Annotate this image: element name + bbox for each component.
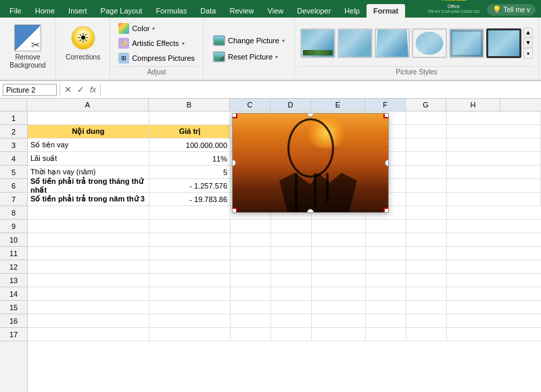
col-header-a[interactable]: A [27, 99, 149, 111]
tab-data[interactable]: Data [193, 4, 222, 18]
confirm-icon[interactable]: ✓ [76, 84, 86, 95]
selection-handle-top-left[interactable] [232, 113, 237, 118]
row-header-9[interactable]: 9 [0, 220, 27, 233]
table-row [28, 247, 541, 260]
col-header-e[interactable]: E [311, 99, 365, 111]
tab-home[interactable]: Home [28, 4, 62, 18]
cell-g5[interactable] [406, 166, 447, 178]
row-header-8[interactable]: 8 [0, 206, 27, 220]
tab-insert[interactable]: Insert [62, 4, 94, 18]
style-thumb-1[interactable] [300, 28, 335, 58]
reset-picture-label: Reset Picture [228, 53, 273, 61]
fx-icon[interactable]: fx [89, 85, 97, 95]
col-header-f[interactable]: F [365, 99, 406, 111]
cell-h6[interactable] [447, 179, 541, 192]
cell-h1[interactable] [447, 112, 541, 124]
row-header-4[interactable]: 4 [0, 152, 27, 166]
tab-formulas[interactable]: Formulas [149, 4, 193, 18]
cell-b4[interactable]: 11% [149, 152, 231, 165]
compress-pictures-button[interactable]: ⊞ Compress Pictures [116, 51, 197, 65]
tab-file[interactable]: File [3, 4, 28, 18]
row-header-2[interactable]: 2 [0, 125, 27, 139]
selection-handle-bottom-mid[interactable] [307, 209, 314, 213]
name-box[interactable] [3, 84, 57, 96]
cell-g1[interactable] [406, 112, 447, 124]
cell-h7[interactable] [447, 193, 541, 205]
selection-handle-bottom-right[interactable] [383, 207, 389, 213]
cell-g2[interactable] [406, 125, 447, 138]
cell-b3[interactable]: 100.000.000 [149, 139, 231, 151]
spreadsheet-grid: Nội dung Giá trị Số tiền vay 100.000.000 [28, 112, 541, 392]
col-header-d[interactable]: D [270, 99, 311, 111]
row-header-14[interactable]: 14 [0, 287, 27, 301]
col-header-h[interactable]: H [446, 99, 500, 111]
cell-b7[interactable]: - 19.783.86 [149, 193, 231, 205]
row-header-5[interactable]: 5 [0, 166, 27, 179]
cell-g3[interactable] [406, 139, 447, 151]
cell-b5[interactable]: 5 [149, 166, 231, 178]
reset-picture-button[interactable]: ↺ Reset Picture ▾ [209, 50, 289, 64]
tell-me-button[interactable]: 💡 Tell me v [487, 4, 536, 16]
cell-g7[interactable] [406, 193, 447, 205]
picture-styles-group: ▲ ▼ ▾ Picture Styles [295, 19, 539, 78]
selection-handle-mid-right[interactable] [385, 160, 389, 166]
cell-b1[interactable] [149, 112, 231, 124]
row-header-16[interactable]: 16 [0, 314, 27, 328]
cell-a7[interactable]: Số tiền phải trả trong năm thứ 3 [28, 193, 149, 205]
col-header-b[interactable]: B [149, 99, 230, 111]
row-header-15[interactable]: 15 [0, 301, 27, 314]
cell-g4[interactable] [406, 152, 447, 165]
color-button[interactable]: Color ▾ [116, 22, 197, 35]
change-reset-group: Change Picture ▾ ↺ Reset Picture ▾ [204, 19, 295, 78]
row-header-17[interactable]: 17 [0, 328, 27, 341]
table-row [28, 260, 541, 274]
lightbulb-icon: 💡 [492, 5, 502, 14]
corrections-button[interactable]: ☀ Corrections [62, 22, 104, 64]
cancel-icon[interactable]: ✕ [63, 84, 73, 95]
remove-background-button[interactable]: ✂ Remove Background [5, 22, 50, 72]
row-header-6[interactable]: 6 [0, 179, 27, 193]
row-header-7[interactable]: 7 [0, 193, 27, 206]
selection-handle-top-right[interactable] [383, 113, 389, 118]
cell-h5[interactable] [447, 166, 541, 178]
change-picture-button[interactable]: Change Picture ▾ [209, 34, 289, 47]
tab-view[interactable]: View [261, 4, 291, 18]
col-header-g[interactable]: G [406, 99, 446, 111]
picture-overlay[interactable] [232, 113, 389, 213]
cell-b6[interactable]: - 1.257.576 [149, 179, 231, 192]
tab-review[interactable]: Review [222, 4, 260, 18]
row-header-1[interactable]: 1 [0, 112, 27, 125]
cell-a3[interactable]: Số tiền vay [28, 139, 149, 151]
remove-bg-icon: ✂ [14, 24, 41, 51]
formula-input[interactable] [103, 86, 538, 94]
cell-a6[interactable]: Số tiền phải trả trong tháng thứ nhất [28, 179, 149, 192]
cell-h2[interactable] [447, 125, 541, 138]
style-thumb-6[interactable] [486, 28, 521, 58]
picture-styles-scroll[interactable]: ▲ ▼ ▾ [523, 28, 533, 59]
tab-help[interactable]: Help [337, 4, 367, 18]
row-header-12[interactable]: 12 [0, 260, 27, 274]
row-header-11[interactable]: 11 [0, 247, 27, 260]
style-thumb-5[interactable] [449, 28, 484, 58]
corrections-label: Corrections [66, 53, 100, 61]
cell-a1[interactable] [28, 112, 149, 124]
color-label: Color [132, 24, 149, 32]
row-header-13[interactable]: 13 [0, 274, 27, 287]
cell-h3[interactable] [447, 139, 541, 151]
style-thumb-4[interactable] [412, 28, 447, 58]
tab-page-layout[interactable]: Page Layout [94, 4, 149, 18]
style-thumb-3[interactable] [375, 28, 410, 58]
row-header-10[interactable]: 10 [0, 233, 27, 247]
row-header-3[interactable]: 3 [0, 139, 27, 152]
cell-a2[interactable]: Nội dung [28, 125, 149, 138]
col-header-c[interactable]: C [230, 99, 270, 111]
artistic-effects-button[interactable]: ✨ Artistic Effects ▾ [116, 36, 197, 50]
tab-developer[interactable]: Developer [290, 4, 337, 18]
cell-a4[interactable]: Lãi suất [28, 152, 149, 165]
cell-h4[interactable] [447, 152, 541, 165]
cell-b2[interactable]: Giá trị [149, 125, 231, 138]
tab-format[interactable]: Format [367, 4, 405, 18]
selection-handle-bottom-left[interactable] [232, 207, 237, 213]
cell-g6[interactable] [406, 179, 447, 192]
style-thumb-2[interactable] [337, 28, 373, 58]
